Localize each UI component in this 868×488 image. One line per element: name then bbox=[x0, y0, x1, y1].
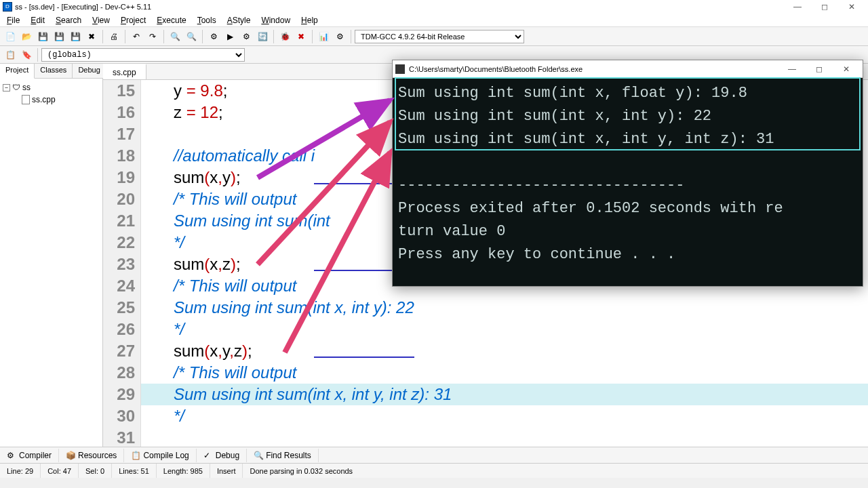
menu-help[interactable]: Help bbox=[296, 14, 323, 26]
editor-tab[interactable]: ss.cpp bbox=[103, 64, 146, 79]
bottom-tab-compile-log[interactable]: 📋 Compile Log bbox=[124, 449, 196, 462]
replace-icon[interactable]: 🔍 bbox=[184, 29, 199, 44]
status-line: Line: 29 bbox=[0, 464, 41, 478]
menu-execute[interactable]: Execute bbox=[151, 14, 191, 26]
line-gutter: 1516171819202122232425262728293031 bbox=[103, 80, 141, 447]
run-icon[interactable]: ▶ bbox=[222, 29, 237, 44]
debug-icon[interactable]: 🐞 bbox=[277, 29, 292, 44]
console-window: C:\Users\smarty\Documents\Bluetooth Fold… bbox=[392, 60, 863, 287]
menu-astyle[interactable]: AStyle bbox=[222, 14, 256, 26]
console-title: C:\Users\smarty\Documents\Bluetooth Fold… bbox=[409, 65, 583, 73]
status-sel: Sel: 0 bbox=[79, 464, 112, 478]
undo-icon[interactable]: ↶ bbox=[129, 29, 144, 44]
globals-select[interactable]: (globals) bbox=[41, 48, 245, 62]
console-maximize-button[interactable]: ◻ bbox=[806, 62, 833, 76]
console-minimize-button[interactable]: — bbox=[778, 62, 806, 76]
bottom-tab-debug[interactable]: ✓ Debug bbox=[197, 449, 247, 462]
compile-run-icon[interactable]: ⚙ bbox=[239, 29, 254, 44]
menu-project[interactable]: Project bbox=[115, 14, 151, 26]
console-titlebar: C:\Users\smarty\Documents\Bluetooth Fold… bbox=[393, 60, 863, 78]
save-all-icon[interactable]: 💾 bbox=[52, 29, 66, 44]
find-icon[interactable]: 🔍 bbox=[167, 29, 182, 44]
file-icon bbox=[22, 95, 30, 104]
open-icon[interactable]: 📂 bbox=[19, 29, 34, 44]
maximize-button[interactable]: ◻ bbox=[811, 0, 838, 14]
sidebar-tab-classes[interactable]: Classes bbox=[35, 64, 73, 78]
bottom-tab-compiler[interactable]: ⚙ Compiler bbox=[0, 449, 59, 462]
menu-view[interactable]: View bbox=[87, 14, 115, 26]
close-file-icon[interactable]: ✖ bbox=[84, 29, 99, 44]
console-output: Sum using int sum(int x, float y): 19.8 … bbox=[393, 78, 863, 270]
profile-icon[interactable]: 📊 bbox=[316, 29, 331, 44]
console-icon bbox=[395, 64, 405, 74]
window-title: ss - [ss.dev] - [Executing] - Dev-C++ 5.… bbox=[15, 3, 151, 11]
sidebar-tab-debug[interactable]: Debug bbox=[73, 64, 106, 78]
compiler-select[interactable]: TDM-GCC 4.9.2 64-bit Release bbox=[355, 30, 524, 43]
status-col: Col: 47 bbox=[41, 464, 79, 478]
project-name: ss bbox=[22, 83, 31, 92]
sidebar-tab-project[interactable]: Project bbox=[0, 64, 35, 79]
menu-file[interactable]: File bbox=[1, 14, 25, 26]
options-icon[interactable]: ⚙ bbox=[332, 29, 347, 44]
status-mode: Insert bbox=[210, 464, 243, 478]
console-close-button[interactable]: ✕ bbox=[833, 62, 860, 76]
file-name: ss.cpp bbox=[32, 95, 56, 104]
status-bar: Line: 29 Col: 47 Sel: 0 Lines: 51 Length… bbox=[0, 463, 868, 478]
menu-tools[interactable]: Tools bbox=[192, 14, 222, 26]
tree-root-node[interactable]: − 🛡 ss bbox=[3, 81, 100, 94]
bottom-tab-find-results[interactable]: 🔍 Find Results bbox=[247, 449, 319, 462]
bottom-tab-resources[interactable]: 📦 Resources bbox=[59, 449, 124, 462]
menu-bar: FileEditSearchViewProjectExecuteToolsASt… bbox=[0, 14, 868, 27]
compile-icon[interactable]: ⚙ bbox=[206, 29, 221, 44]
window-titlebar: D ss - [ss.dev] - [Executing] - Dev-C++ … bbox=[0, 0, 868, 14]
bottom-tabs: ⚙ Compiler📦 Resources📋 Compile Log✓ Debu… bbox=[0, 447, 868, 463]
new-file-icon[interactable]: 📄 bbox=[3, 29, 18, 44]
menu-edit[interactable]: Edit bbox=[25, 14, 50, 26]
project-sidebar: ProjectClassesDebug − 🛡 ss ss.cpp bbox=[0, 64, 103, 447]
rebuild-icon[interactable]: 🔄 bbox=[255, 29, 270, 44]
status-lines: Lines: 51 bbox=[112, 464, 157, 478]
tree-file-node[interactable]: ss.cpp bbox=[3, 94, 100, 106]
goto-icon[interactable]: 📋 bbox=[3, 47, 18, 62]
status-parse: Done parsing in 0.032 seconds bbox=[243, 464, 868, 478]
stop-icon[interactable]: ✖ bbox=[294, 29, 309, 44]
print-icon[interactable]: 🖨 bbox=[106, 29, 121, 44]
menu-window[interactable]: Window bbox=[256, 14, 296, 26]
status-length: Length: 985 bbox=[157, 464, 210, 478]
shield-icon: 🛡 bbox=[12, 83, 20, 92]
close-button[interactable]: ✕ bbox=[838, 0, 865, 14]
save-icon[interactable]: 💾 bbox=[35, 29, 50, 44]
redo-icon[interactable]: ↷ bbox=[145, 29, 160, 44]
bookmark-icon[interactable]: 🔖 bbox=[19, 47, 34, 62]
menu-search[interactable]: Search bbox=[50, 14, 87, 26]
save-as-icon[interactable]: 💾 bbox=[68, 29, 83, 44]
main-toolbar: 📄 📂 💾 💾 💾 ✖ 🖨 ↶ ↷ 🔍 🔍 ⚙ ▶ ⚙ 🔄 🐞 ✖ 📊 ⚙ TD… bbox=[0, 27, 868, 46]
minimize-button[interactable]: — bbox=[784, 0, 811, 14]
project-tree[interactable]: − 🛡 ss ss.cpp bbox=[0, 79, 102, 108]
collapse-icon[interactable]: − bbox=[3, 84, 10, 92]
app-icon: D bbox=[3, 2, 12, 12]
